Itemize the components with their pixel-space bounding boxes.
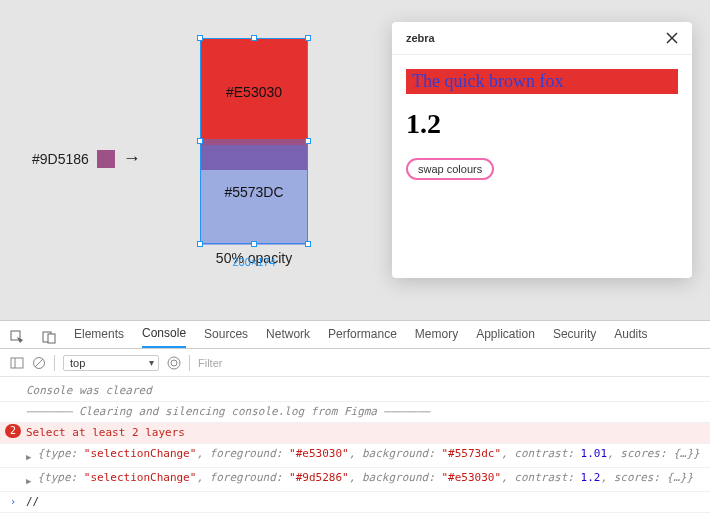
tab-security[interactable]: Security bbox=[553, 327, 596, 347]
svg-line-6 bbox=[35, 359, 43, 367]
console-output: Console was cleared ——————— Clearing and… bbox=[0, 377, 710, 513]
svg-rect-3 bbox=[11, 358, 23, 368]
devtools-panel: Elements Console Sources Network Perform… bbox=[0, 320, 710, 513]
device-toolbar-icon[interactable] bbox=[42, 330, 56, 344]
contrast-sample-text: The quick brown fox bbox=[406, 69, 678, 94]
devtools-tabs: Elements Console Sources Network Perform… bbox=[0, 321, 710, 349]
tab-application[interactable]: Application bbox=[476, 327, 535, 347]
resize-handle-tl[interactable] bbox=[197, 35, 203, 41]
swatch-hex-label: #9D5186 bbox=[32, 151, 89, 167]
selection-frame[interactable]: #E53030 #5573DC 200×174 bbox=[200, 38, 308, 244]
sidebar-toggle-icon[interactable] bbox=[10, 356, 24, 370]
rect-blue[interactable]: #5573DC bbox=[201, 139, 307, 245]
tab-network[interactable]: Network bbox=[266, 327, 310, 347]
rect-blue-label: #5573DC bbox=[224, 184, 283, 200]
resize-handle-tm[interactable] bbox=[251, 35, 257, 41]
console-object-2[interactable]: ▶ {type: "selectionChange", foreground: … bbox=[0, 468, 710, 492]
live-expression-icon[interactable] bbox=[167, 356, 181, 370]
tab-elements[interactable]: Elements bbox=[74, 327, 124, 347]
resize-handle-br[interactable] bbox=[305, 241, 311, 247]
console-toolbar: top Filter bbox=[0, 349, 710, 377]
plugin-panel[interactable]: zebra The quick brown fox 1.2 swap colou… bbox=[392, 22, 692, 278]
console-filter-input[interactable]: Filter bbox=[198, 357, 700, 369]
close-icon[interactable] bbox=[666, 32, 678, 44]
svg-rect-2 bbox=[48, 334, 55, 343]
svg-point-7 bbox=[171, 360, 177, 366]
rect-red-label: #E53030 bbox=[226, 84, 282, 100]
console-silence-msg: ——————— Clearing and silencing console.l… bbox=[26, 403, 430, 421]
inspect-element-icon[interactable] bbox=[10, 330, 24, 344]
execution-context-select[interactable]: top bbox=[63, 355, 159, 371]
plugin-title: zebra bbox=[406, 32, 435, 44]
rect-red[interactable]: #E53030 bbox=[201, 39, 307, 145]
tab-performance[interactable]: Performance bbox=[328, 327, 397, 347]
tab-console[interactable]: Console bbox=[142, 326, 186, 348]
resize-handle-ml[interactable] bbox=[197, 138, 203, 144]
contrast-ratio: 1.2 bbox=[406, 108, 678, 140]
swatch-sample bbox=[97, 150, 115, 168]
figma-canvas[interactable]: #9D5186 → #E53030 #5573DC 200×174 50% op… bbox=[0, 0, 710, 320]
console-prompt-icon: › bbox=[6, 493, 20, 511]
console-input-text[interactable]: // bbox=[26, 493, 39, 511]
console-object-1[interactable]: ▶ {type: "selectionChange", foreground: … bbox=[0, 444, 710, 468]
resize-handle-bm[interactable] bbox=[251, 241, 257, 247]
resize-handle-tr[interactable] bbox=[305, 35, 311, 41]
selection-dimensions: 200×174 bbox=[232, 256, 275, 268]
console-error-msg: Select at least 2 layers bbox=[26, 424, 185, 442]
tab-audits[interactable]: Audits bbox=[614, 327, 647, 347]
tab-memory[interactable]: Memory bbox=[415, 327, 458, 347]
resize-handle-mr[interactable] bbox=[305, 138, 311, 144]
swap-colours-button[interactable]: swap colours bbox=[406, 158, 494, 180]
clear-console-icon[interactable] bbox=[32, 356, 46, 370]
disclosure-triangle-icon[interactable]: ▶ bbox=[26, 472, 31, 490]
tab-sources[interactable]: Sources bbox=[204, 327, 248, 347]
console-cleared-msg: Console was cleared bbox=[26, 382, 152, 400]
error-count-badge: 2 bbox=[5, 424, 21, 438]
svg-point-8 bbox=[168, 357, 180, 369]
disclosure-triangle-icon[interactable]: ▶ bbox=[26, 448, 31, 466]
resize-handle-bl[interactable] bbox=[197, 241, 203, 247]
arrow-right-icon: → bbox=[123, 148, 141, 169]
